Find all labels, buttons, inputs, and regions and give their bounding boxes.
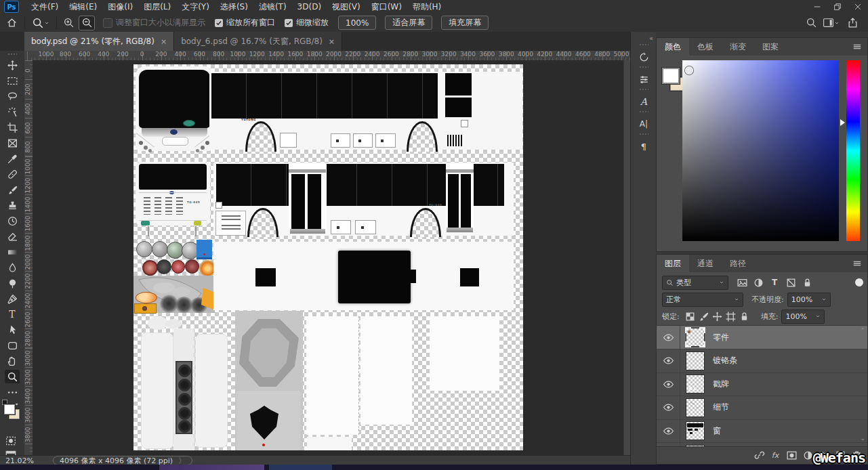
lock-position-icon[interactable] [711,310,724,322]
filter-image-icon[interactable] [734,276,750,289]
filter-toggle[interactable] [855,278,863,286]
marquee-tool[interactable] [5,74,20,87]
horizontal-ruler[interactable]: 1000800600400200020040060080010001200140… [24,51,630,61]
clone-stamp-tool[interactable] [5,198,20,212]
menu-图层(L)[interactable]: 图层(L) [138,0,176,14]
shape-tool[interactable] [5,339,20,352]
canvas-viewport[interactable]: YUTONG TQ-845 [33,60,623,455]
option-button-100%[interactable]: 100% [338,16,376,30]
menu-选择(S)[interactable]: 选择(S) [215,0,253,14]
layer-row-窗[interactable]: 窗 [657,419,867,443]
foreground-color-swatch[interactable] [662,68,680,84]
dock-panel-paragraph-icon[interactable]: ¶ [635,137,653,155]
color-panel-menu-icon[interactable] [852,42,862,51]
layer-row-细节[interactable]: 细节 [657,396,867,420]
home-icon[interactable] [3,17,20,28]
zoom-percentage[interactable]: 21.02% [5,456,34,465]
option-button-适合屏幕[interactable]: 适合屏幕 [385,16,432,30]
layers-panel-menu-icon[interactable] [852,259,862,268]
option-checkbox[interactable]: 调整窗口大小以满屏显示 [103,17,205,28]
menu-视图(V)[interactable]: 视图(V) [327,0,366,14]
frame-tool[interactable] [5,136,20,150]
document-tab[interactable]: body.psd @ 21% (零件, RGB/8)× [24,32,174,51]
menu-图像(I)[interactable]: 图像(I) [102,0,138,14]
layer-thumbnail[interactable] [686,328,705,347]
panel-tab-图层[interactable]: 图层 [657,255,689,272]
minimize-button[interactable] [807,0,827,14]
scroll-up-icon[interactable]: ⌃ [860,327,865,334]
hue-slider[interactable] [846,60,860,241]
zoom-tool-preset-icon[interactable] [29,17,52,29]
lock-artboard-icon[interactable] [724,310,738,322]
menu-滤镜(T)[interactable]: 滤镜(T) [253,0,292,14]
layer-visibility-eye-icon[interactable] [657,372,680,396]
panel-color-swatches[interactable] [662,68,685,95]
layer-filter-combo[interactable]: 类型 [662,276,728,290]
zoom-in-button[interactable] [61,16,76,30]
type-tool[interactable]: T [5,307,20,321]
option-button-填充屏幕[interactable]: 填充屏幕 [441,16,489,30]
dock-panel-properties-icon[interactable] [635,70,653,88]
filter-lock-icon[interactable] [799,276,815,289]
color-swatches[interactable] [3,402,21,421]
option-checkbox[interactable]: 缩放所有窗口 [215,17,275,28]
layer-thumbnail[interactable] [686,375,705,393]
layer-thumbnail[interactable] [686,398,705,417]
share-icon[interactable] [841,17,864,28]
document-info[interactable]: 4096 像素 x 4096 像素 (72 ppi) 〉 [53,456,192,465]
brush-tool[interactable] [5,183,20,196]
gradient-tool[interactable] [5,245,20,259]
magic-wand-tool[interactable] [5,105,20,119]
search-icon[interactable] [802,17,821,28]
zoom-tool[interactable] [5,370,20,383]
path-select-tool[interactable] [5,323,20,337]
fill-combo[interactable]: 100% [781,309,825,324]
blend-mode-combo[interactable]: 正常 [662,293,743,307]
filter-adjustment-icon[interactable] [750,276,766,289]
blur-tool[interactable] [5,261,20,274]
edit-toolbar[interactable] [5,385,20,399]
document-tab[interactable]: body_6.psd @ 16.7% (天窗, RGB/8)× [174,32,342,51]
layer-visibility-eye-icon[interactable] [657,349,680,372]
crop-tool[interactable] [5,121,20,134]
panel-tab-路径[interactable]: 路径 [722,255,754,272]
pen-tool[interactable] [5,292,20,305]
panel-tab-色板[interactable]: 色板 [689,38,722,56]
layer-visibility-eye-icon[interactable] [657,326,680,349]
opacity-combo[interactable]: 100% [787,293,831,307]
menu-文字(Y)[interactable]: 文字(Y) [176,0,215,14]
panel-tab-颜色[interactable]: 颜色 [657,38,689,56]
document-canvas[interactable]: YUTONG TQ-845 [133,64,523,450]
layer-row-零件[interactable]: 零件 [657,326,867,349]
menu-编辑(E)[interactable]: 编辑(E) [64,0,102,14]
layer-thumbnail[interactable] [686,421,705,440]
panel-tab-渐变[interactable]: 渐变 [722,38,754,56]
filter-frame-icon[interactable] [783,276,799,289]
layer-visibility-eye-icon[interactable] [657,419,680,442]
filter-type-icon[interactable]: T [766,276,783,289]
lock-paint-icon[interactable] [697,310,711,322]
history-brush-tool[interactable] [5,214,20,228]
zoom-out-button[interactable] [79,16,95,30]
hue-slider-marker[interactable] [840,119,845,126]
lasso-tool[interactable] [5,89,20,103]
add-mask-icon[interactable] [783,450,800,462]
healing-brush-tool[interactable] [5,167,20,181]
link-layers-icon[interactable] [751,450,767,462]
workspace-switcher-icon[interactable] [821,17,841,28]
color-field[interactable] [682,60,839,241]
close-icon[interactable]: × [329,37,335,46]
expand-panels-icon[interactable]: « [649,35,653,42]
eraser-tool[interactable] [5,230,20,243]
panel-tab-通道[interactable]: 通道 [689,255,722,272]
dock-panel-character-icon[interactable]: A| [635,115,653,133]
dock-panel-history-icon[interactable] [635,48,653,66]
menu-窗口(W)[interactable]: 窗口(W) [366,0,407,14]
move-tool[interactable] [5,58,20,72]
layer-thumbnail[interactable] [686,351,705,370]
lock-all-icon[interactable] [738,310,751,322]
color-picker-ring[interactable] [685,66,693,74]
scroll-down-icon[interactable]: ⌄ [860,435,865,442]
layer-visibility-eye-icon[interactable] [657,396,680,419]
lock-transparency-icon[interactable] [684,310,697,322]
